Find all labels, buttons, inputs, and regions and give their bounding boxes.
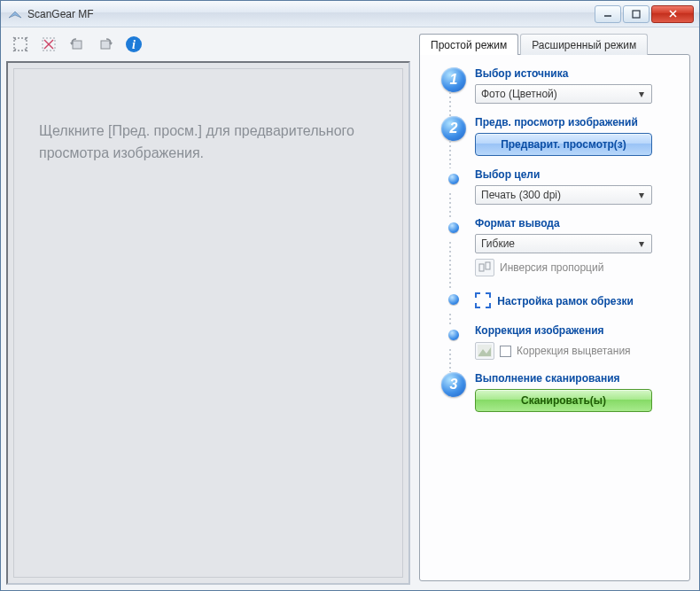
step-crop: Настройка рамок обрезки [438, 289, 681, 312]
invert-proportions-icon[interactable] [475, 259, 494, 276]
chevron-down-icon: ▾ [635, 237, 648, 250]
destination-title: Выбор цели [475, 168, 681, 181]
rotate-right-icon[interactable] [93, 32, 118, 57]
step-scan: 3 Выполнение сканирования Сканировать(ы) [438, 372, 681, 412]
step-correction: Коррекция изображения Коррекция выцветан… [438, 324, 681, 360]
correction-title: Коррекция изображения [475, 324, 681, 337]
correction-thumb-icon [475, 342, 494, 360]
preview-message: Щелкните [Пред. просм.] для предваритель… [39, 123, 354, 160]
svg-rect-15 [479, 264, 484, 271]
svg-rect-11 [101, 41, 110, 49]
left-pane: i Щелкните [Пред. просм.] для предварите… [1, 27, 414, 590]
preview-area: Щелкните [Пред. просм.] для предваритель… [6, 61, 410, 585]
window-title: ScanGear MF [27, 8, 94, 20]
fade-correction-label: Коррекция выцветания [517, 345, 631, 357]
svg-text:i: i [132, 38, 136, 51]
chevron-down-icon: ▾ [635, 189, 648, 201]
output-selected: Гибкие [481, 237, 515, 250]
source-title: Выбор источника [475, 67, 681, 80]
substep-dot [448, 174, 459, 184]
svg-rect-9 [73, 41, 82, 49]
info-icon[interactable]: i [121, 32, 146, 57]
close-button[interactable] [651, 5, 694, 23]
source-selected: Фото (Цветной) [481, 88, 557, 100]
step-destination: Выбор цели Печать (300 dpi) ▾ [438, 168, 681, 205]
crop-frame-icon [475, 292, 491, 308]
destination-selected: Печать (300 dpi) [481, 189, 561, 201]
source-dropdown[interactable]: Фото (Цветной) ▾ [475, 84, 652, 104]
preview-placeholder: Щелкните [Пред. просм.] для предваритель… [13, 68, 403, 578]
app-window: ScanGear MF [0, 0, 700, 591]
autocrop-icon[interactable] [8, 32, 33, 57]
step-number-2: 2 [441, 116, 466, 141]
svg-rect-2 [633, 11, 640, 18]
app-icon [8, 7, 22, 21]
remove-crop-icon[interactable] [36, 32, 61, 57]
substep-dot [448, 294, 459, 305]
preview-button-label: Предварит. просмотр(з) [501, 138, 626, 151]
invert-proportions-label: Инверсия пропорций [500, 261, 603, 274]
svg-rect-16 [486, 262, 490, 269]
svg-rect-5 [14, 38, 27, 51]
minimize-button[interactable] [595, 5, 621, 23]
chevron-down-icon: ▾ [635, 88, 648, 100]
tab-advanced[interactable]: Расширенный режим [520, 34, 648, 55]
crop-title[interactable]: Настройка рамок обрезки [475, 289, 681, 307]
toolbar: i [6, 29, 410, 59]
titlebar: ScanGear MF [1, 1, 699, 27]
crop-label: Настройка рамок обрезки [497, 295, 633, 307]
preview-title: Предв. просмотр изображений [475, 116, 681, 128]
window-controls [595, 5, 696, 23]
destination-dropdown[interactable]: Печать (300 dpi) ▾ [475, 185, 652, 205]
fade-correction-checkbox[interactable] [500, 346, 511, 357]
maximize-button[interactable] [623, 5, 649, 23]
scan-button-label: Сканировать(ы) [521, 394, 606, 407]
rotate-left-icon[interactable] [65, 32, 89, 57]
step-number-1: 1 [441, 67, 466, 92]
step-number-3: 3 [441, 372, 466, 397]
tab-simple[interactable]: Простой режим [419, 34, 518, 55]
output-title: Формат вывода [475, 217, 681, 229]
right-pane: Простой режим Расширенный режим 1 Выбор … [414, 27, 699, 590]
step-preview: 2 Предв. просмотр изображений Предварит.… [438, 116, 681, 156]
preview-button[interactable]: Предварит. просмотр(з) [475, 133, 652, 156]
substep-dot [448, 330, 459, 340]
svg-marker-0 [9, 12, 21, 18]
scan-title: Выполнение сканирования [475, 372, 681, 385]
output-dropdown[interactable]: Гибкие ▾ [475, 234, 652, 253]
tab-body-simple: 1 Выбор источника Фото (Цветной) ▾ [419, 54, 690, 581]
step-source: 1 Выбор источника Фото (Цветной) ▾ [438, 67, 681, 104]
substep-dot [448, 222, 459, 233]
tabs: Простой режим Расширенный режим [419, 33, 690, 54]
step-output: Формат вывода Гибкие ▾ Инверсия пропорци… [438, 217, 681, 276]
scan-button[interactable]: Сканировать(ы) [475, 389, 652, 412]
